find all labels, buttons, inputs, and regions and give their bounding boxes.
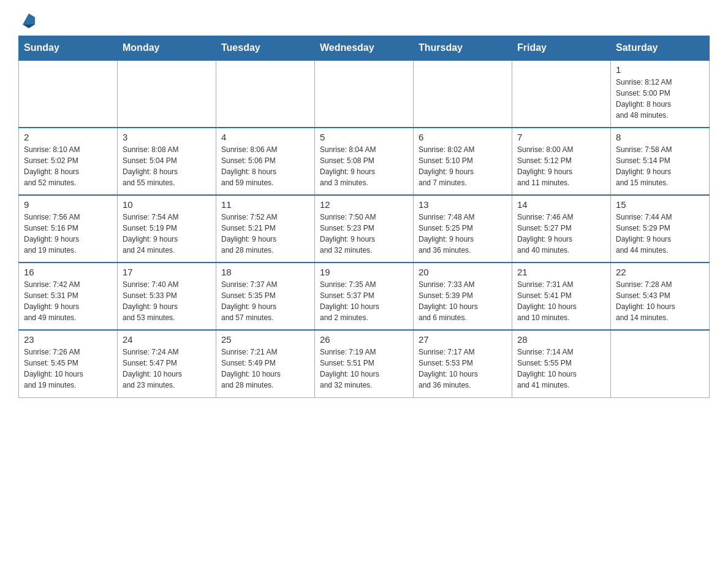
day-info: Sunrise: 7:56 AM Sunset: 5:16 PM Dayligh…: [24, 212, 112, 256]
day-number: 12: [320, 199, 408, 210]
calendar-week-0: 1Sunrise: 8:12 AM Sunset: 5:00 PM Daylig…: [19, 60, 710, 128]
calendar-cell: 24Sunrise: 7:24 AM Sunset: 5:47 PM Dayli…: [118, 330, 216, 397]
calendar-cell: 9Sunrise: 7:56 AM Sunset: 5:16 PM Daylig…: [19, 195, 118, 262]
day-number: 23: [24, 334, 112, 345]
col-monday: Monday: [118, 36, 216, 61]
calendar-cell: 12Sunrise: 7:50 AM Sunset: 5:23 PM Dayli…: [315, 195, 414, 262]
day-info: Sunrise: 7:21 AM Sunset: 5:49 PM Dayligh…: [221, 347, 309, 391]
day-number: 24: [123, 334, 211, 345]
logo-icon: [20, 11, 38, 29]
day-info: Sunrise: 8:04 AM Sunset: 5:08 PM Dayligh…: [320, 144, 408, 188]
calendar-cell: 5Sunrise: 8:04 AM Sunset: 5:08 PM Daylig…: [315, 128, 414, 195]
day-number: 13: [419, 199, 507, 210]
day-number: 4: [221, 132, 309, 142]
calendar-cell: [315, 60, 414, 128]
day-info: Sunrise: 8:02 AM Sunset: 5:10 PM Dayligh…: [419, 144, 507, 188]
calendar-cell: 19Sunrise: 7:35 AM Sunset: 5:37 PM Dayli…: [315, 262, 414, 330]
calendar-cell: [118, 60, 216, 128]
day-number: 10: [123, 199, 211, 210]
day-number: 15: [616, 199, 704, 210]
day-info: Sunrise: 8:06 AM Sunset: 5:06 PM Dayligh…: [221, 144, 309, 188]
svg-marker-1: [23, 25, 35, 28]
day-number: 21: [517, 267, 605, 277]
day-number: 6: [419, 132, 507, 142]
day-info: Sunrise: 7:54 AM Sunset: 5:19 PM Dayligh…: [123, 212, 211, 256]
day-number: 28: [517, 334, 605, 345]
calendar-cell: 3Sunrise: 8:08 AM Sunset: 5:04 PM Daylig…: [118, 128, 216, 195]
calendar-cell: 2Sunrise: 8:10 AM Sunset: 5:02 PM Daylig…: [19, 128, 118, 195]
day-number: 22: [616, 267, 704, 277]
day-info: Sunrise: 7:35 AM Sunset: 5:37 PM Dayligh…: [320, 279, 408, 323]
page-header: [18, 12, 710, 28]
day-number: 1: [616, 64, 704, 75]
day-info: Sunrise: 7:58 AM Sunset: 5:14 PM Dayligh…: [616, 144, 704, 188]
day-info: Sunrise: 7:24 AM Sunset: 5:47 PM Dayligh…: [123, 347, 211, 391]
col-friday: Friday: [512, 36, 611, 61]
calendar-cell: 25Sunrise: 7:21 AM Sunset: 5:49 PM Dayli…: [216, 330, 315, 397]
calendar-cell: 28Sunrise: 7:14 AM Sunset: 5:55 PM Dayli…: [512, 330, 611, 397]
calendar-cell: 1Sunrise: 8:12 AM Sunset: 5:00 PM Daylig…: [611, 60, 710, 128]
calendar-cell: 16Sunrise: 7:42 AM Sunset: 5:31 PM Dayli…: [19, 262, 118, 330]
day-number: 8: [616, 132, 704, 142]
day-info: Sunrise: 7:26 AM Sunset: 5:45 PM Dayligh…: [24, 347, 112, 391]
calendar-table: Sunday Monday Tuesday Wednesday Thursday…: [18, 36, 710, 398]
calendar-week-3: 16Sunrise: 7:42 AM Sunset: 5:31 PM Dayli…: [19, 262, 710, 330]
day-number: 2: [24, 132, 112, 142]
day-number: 11: [221, 199, 309, 210]
day-info: Sunrise: 8:08 AM Sunset: 5:04 PM Dayligh…: [123, 144, 211, 188]
calendar-cell: 8Sunrise: 7:58 AM Sunset: 5:14 PM Daylig…: [611, 128, 710, 195]
day-info: Sunrise: 7:42 AM Sunset: 5:31 PM Dayligh…: [24, 279, 112, 323]
calendar-cell: [216, 60, 315, 128]
day-info: Sunrise: 7:33 AM Sunset: 5:39 PM Dayligh…: [419, 279, 507, 323]
day-info: Sunrise: 7:44 AM Sunset: 5:29 PM Dayligh…: [616, 212, 704, 256]
day-number: 17: [123, 267, 211, 277]
day-info: Sunrise: 7:48 AM Sunset: 5:25 PM Dayligh…: [419, 212, 507, 256]
day-info: Sunrise: 7:31 AM Sunset: 5:41 PM Dayligh…: [517, 279, 605, 323]
day-number: 27: [419, 334, 507, 345]
day-number: 3: [123, 132, 211, 142]
day-number: 18: [221, 267, 309, 277]
day-number: 25: [221, 334, 309, 345]
col-saturday: Saturday: [611, 36, 710, 61]
day-number: 16: [24, 267, 112, 277]
day-number: 14: [517, 199, 605, 210]
calendar-cell: 4Sunrise: 8:06 AM Sunset: 5:06 PM Daylig…: [216, 128, 315, 195]
calendar-cell: 20Sunrise: 7:33 AM Sunset: 5:39 PM Dayli…: [414, 262, 512, 330]
calendar-week-1: 2Sunrise: 8:10 AM Sunset: 5:02 PM Daylig…: [19, 128, 710, 195]
calendar-cell: 21Sunrise: 7:31 AM Sunset: 5:41 PM Dayli…: [512, 262, 611, 330]
col-wednesday: Wednesday: [315, 36, 414, 61]
calendar-cell: 26Sunrise: 7:19 AM Sunset: 5:51 PM Dayli…: [315, 330, 414, 397]
calendar-cell: [611, 330, 710, 397]
day-info: Sunrise: 7:46 AM Sunset: 5:27 PM Dayligh…: [517, 212, 605, 256]
calendar-cell: 18Sunrise: 7:37 AM Sunset: 5:35 PM Dayli…: [216, 262, 315, 330]
day-info: Sunrise: 7:19 AM Sunset: 5:51 PM Dayligh…: [320, 347, 408, 391]
day-info: Sunrise: 7:50 AM Sunset: 5:23 PM Dayligh…: [320, 212, 408, 256]
col-sunday: Sunday: [19, 36, 118, 61]
svg-marker-0: [23, 13, 35, 25]
day-info: Sunrise: 8:00 AM Sunset: 5:12 PM Dayligh…: [517, 144, 605, 188]
day-info: Sunrise: 7:14 AM Sunset: 5:55 PM Dayligh…: [517, 347, 605, 391]
calendar-cell: 15Sunrise: 7:44 AM Sunset: 5:29 PM Dayli…: [611, 195, 710, 262]
day-info: Sunrise: 7:37 AM Sunset: 5:35 PM Dayligh…: [221, 279, 309, 323]
col-tuesday: Tuesday: [216, 36, 315, 61]
day-info: Sunrise: 7:28 AM Sunset: 5:43 PM Dayligh…: [616, 279, 704, 323]
day-number: 7: [517, 132, 605, 142]
calendar-cell: 27Sunrise: 7:17 AM Sunset: 5:53 PM Dayli…: [414, 330, 512, 397]
day-info: Sunrise: 7:40 AM Sunset: 5:33 PM Dayligh…: [123, 279, 211, 323]
day-info: Sunrise: 7:52 AM Sunset: 5:21 PM Dayligh…: [221, 212, 309, 256]
day-number: 20: [419, 267, 507, 277]
calendar-cell: 11Sunrise: 7:52 AM Sunset: 5:21 PM Dayli…: [216, 195, 315, 262]
calendar-cell: [414, 60, 512, 128]
col-thursday: Thursday: [414, 36, 512, 61]
calendar-header-row: Sunday Monday Tuesday Wednesday Thursday…: [19, 36, 710, 61]
calendar-cell: 22Sunrise: 7:28 AM Sunset: 5:43 PM Dayli…: [611, 262, 710, 330]
calendar-cell: 17Sunrise: 7:40 AM Sunset: 5:33 PM Dayli…: [118, 262, 216, 330]
calendar-cell: [19, 60, 118, 128]
calendar-cell: 23Sunrise: 7:26 AM Sunset: 5:45 PM Dayli…: [19, 330, 118, 397]
calendar-cell: 7Sunrise: 8:00 AM Sunset: 5:12 PM Daylig…: [512, 128, 611, 195]
day-info: Sunrise: 8:12 AM Sunset: 5:00 PM Dayligh…: [616, 77, 704, 121]
calendar-cell: 10Sunrise: 7:54 AM Sunset: 5:19 PM Dayli…: [118, 195, 216, 262]
calendar-cell: 14Sunrise: 7:46 AM Sunset: 5:27 PM Dayli…: [512, 195, 611, 262]
day-number: 5: [320, 132, 408, 142]
day-info: Sunrise: 8:10 AM Sunset: 5:02 PM Dayligh…: [24, 144, 112, 188]
